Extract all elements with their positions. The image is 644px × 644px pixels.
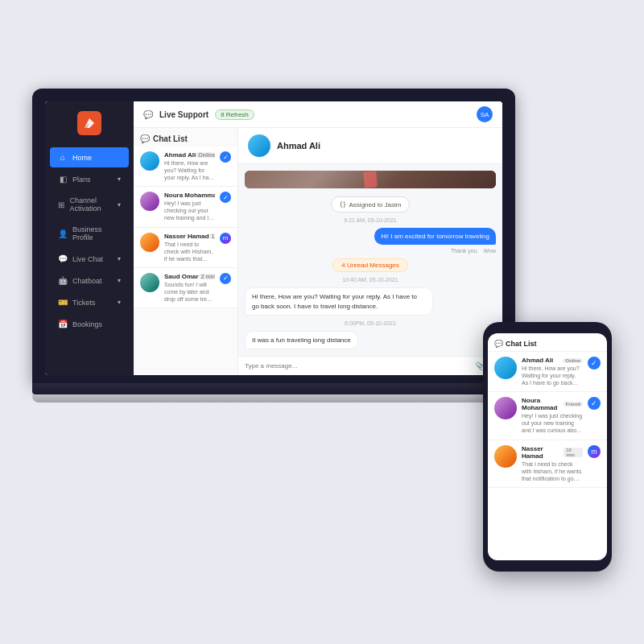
- chat-item[interactable]: Noura Mohammad 1 mins Hey! I was just ch…: [134, 187, 237, 227]
- status-dot: ✓: [588, 357, 601, 369]
- topbar-avatar: SA: [477, 106, 493, 122]
- chevron-down-icon: ▾: [118, 299, 121, 306]
- sidebar-item-plans-label: Plans: [72, 175, 91, 184]
- msg-timestamp: 10:40 AM, 05-10-2021: [245, 277, 496, 283]
- code-icon: ⟨⟩: [340, 200, 346, 208]
- tickets-icon: 🎫: [58, 298, 68, 307]
- sidebar-item-home-label: Home: [72, 154, 92, 162]
- phone-item-name: Ahmad Ali: [522, 357, 553, 364]
- sidebar-item-channel[interactable]: ⊞ Channel Activation ▾: [50, 191, 129, 218]
- reaction-wow: Wow: [484, 248, 496, 254]
- phone-avatar: [494, 397, 517, 419]
- phone-item-content: Ahmad Ali Online Hi there, How are you? …: [522, 357, 583, 386]
- main-content: 💬 Live Support 8 Refresh SA 💬 Chat List: [134, 101, 502, 375]
- chat-item-content: Ahmad Ali Online Hi there, How are you? …: [164, 151, 215, 181]
- conversation-panel: Ahmad Ali: [238, 128, 502, 375]
- sidebar-item-bookings[interactable]: 📅 Bookings: [50, 314, 129, 334]
- channel-icon: ⊞: [58, 200, 65, 209]
- home-icon: ⌂: [58, 153, 68, 162]
- phone-chat-icon: 💬: [494, 340, 503, 348]
- chevron-down-icon: ▾: [118, 277, 121, 284]
- phone-avatar: [494, 445, 517, 468]
- status-dot: m: [220, 233, 231, 244]
- conv-header: Ahmad Ali: [238, 128, 502, 164]
- sidebar-item-bookings-label: Bookings: [72, 320, 102, 328]
- chat-list-panel: 💬 Chat List Ahmad Ali Online: [134, 128, 238, 375]
- logo-icon: [77, 111, 101, 135]
- sidebar-item-home[interactable]: ⌂ Home: [50, 147, 129, 167]
- chat-item-icon: m: [220, 233, 231, 244]
- phone-item-msg: Hey! I was just checking out your new tr…: [522, 412, 583, 434]
- conv-input-bar: 📎 🖼: [238, 356, 502, 375]
- phone-chat-item[interactable]: Nasser Hamad 10 min That I need to check…: [488, 440, 607, 488]
- sidebar: ⌂ Home ◧ Plans ▾ ⊞ Channel Activation ▾: [45, 101, 134, 375]
- chat-item[interactable]: Ahmad Ali Online Hi there, How are you? …: [134, 147, 237, 187]
- phone-chat-item[interactable]: Ahmad Ali Online Hi there, How are you? …: [488, 352, 607, 392]
- phone-item-name: Nasser Hamad: [522, 445, 564, 460]
- phone-item-icon: m: [588, 445, 601, 458]
- message-input[interactable]: [245, 362, 472, 369]
- msg-timestamp: 9:21 AM, 09-10-2021: [245, 217, 496, 223]
- chat-item-name: Saud Omar: [164, 273, 199, 280]
- phone-screen: 💬 Chat List Ahmad Ali Online Hi there, H…: [488, 333, 607, 560]
- sidebar-item-plans[interactable]: ◧ Plans ▾: [50, 169, 129, 189]
- phone-item-badge: Friend: [564, 402, 583, 407]
- phone-item-msg: That I need to check with hisham, if he …: [522, 460, 583, 482]
- chat-item[interactable]: Nasser Hamad 1 month That I need to chec…: [134, 228, 237, 268]
- chat-item-name: Ahmad Ali: [164, 151, 196, 159]
- avatar: [140, 192, 159, 211]
- status-dot: m: [588, 445, 601, 458]
- chevron-down-icon: ▾: [118, 255, 121, 262]
- message-bubble: It was a fun traveling long distance: [245, 331, 358, 349]
- sidebar-item-tickets[interactable]: 🎫 Tickets ▾: [50, 292, 129, 312]
- status-dot: ✓: [220, 192, 231, 203]
- chat-item-content: Saud Omar 2 mins Sounds fun! I will come…: [164, 273, 215, 303]
- phone-item-icon: ✓: [588, 397, 601, 410]
- chat-list-title: 💬 Chat List: [134, 128, 237, 147]
- laptop-screen: ⌂ Home ◧ Plans ▾ ⊞ Channel Activation ▾: [45, 101, 502, 375]
- chat-item-content: Noura Mohammad 1 mins Hey! I was just ch…: [164, 192, 215, 221]
- chat-item-icon: ✓: [220, 192, 231, 203]
- chat-item[interactable]: Saud Omar 2 mins Sounds fun! I will come…: [134, 268, 237, 308]
- conv-contact-name: Ahmad Ali: [277, 141, 320, 151]
- phone-item-content: Nasser Hamad 10 min That I need to check…: [522, 445, 583, 482]
- business-icon: 👤: [58, 229, 68, 238]
- topbar-title: Live Support: [159, 110, 208, 119]
- avatar: [140, 233, 159, 252]
- chat-item-icon: ✓: [220, 151, 231, 163]
- status-dot: ✓: [220, 273, 231, 284]
- speech-icon: 💬: [143, 110, 153, 119]
- sidebar-logo: [45, 111, 134, 135]
- chat-list-icon: 💬: [140, 134, 150, 143]
- chatboat-icon: 🤖: [58, 276, 68, 285]
- assigned-badge: ⟨⟩ Assigned to Jasim: [331, 196, 411, 213]
- phone-item-msg: Hi there, How are you? Waiting for your …: [522, 365, 583, 386]
- chat-item-msg: Hey! I was just checking out your new tr…: [164, 200, 215, 221]
- chat-item-msg: That I need to check with Hisham, if he …: [164, 241, 215, 262]
- sidebar-item-livechat[interactable]: 💬 Live Chat ▾: [50, 249, 129, 269]
- chat-image: [245, 171, 496, 188]
- sidebar-item-livechat-label: Live Chat: [72, 255, 103, 263]
- status-dot: ✓: [220, 151, 231, 163]
- chat-item-badge: 2 mins: [199, 274, 215, 279]
- online-badge: 8 Refresh: [215, 109, 254, 120]
- sidebar-item-chatboat[interactable]: 🤖 Chatboat ▾: [50, 270, 129, 291]
- message-bubble: Hi! I am excited for tomorrow traveling: [374, 228, 496, 245]
- avatar: [248, 134, 270, 157]
- scene: ⌂ Home ◧ Plans ▾ ⊞ Channel Activation ▾: [16, 40, 628, 604]
- bookings-icon: 📅: [58, 320, 68, 328]
- chevron-down-icon: ▾: [118, 175, 121, 183]
- sidebar-item-chatboat-label: Chatboat: [72, 277, 102, 285]
- phone-chat-list-title: 💬 Chat List: [488, 333, 607, 352]
- chat-item-name: Nasser Hamad: [164, 233, 209, 240]
- sidebar-item-business[interactable]: 👤 Business Profile: [50, 220, 129, 247]
- chat-item-msg: Hi there, How are you? Waiting for your …: [164, 159, 215, 181]
- sidebar-item-channel-label: Channel Activation: [70, 196, 113, 213]
- status-dot: ✓: [588, 397, 601, 410]
- laptop-base: [32, 383, 515, 394]
- avatar: [140, 273, 159, 292]
- phone-item-badge: 10 min: [564, 448, 583, 457]
- laptop-bezel: ⌂ Home ◧ Plans ▾ ⊞ Channel Activation ▾: [32, 89, 515, 383]
- chat-area: 💬 Chat List Ahmad Ali Online: [134, 128, 502, 375]
- phone-chat-item[interactable]: Noura Mohammad Friend Hey! I was just ch…: [488, 392, 607, 440]
